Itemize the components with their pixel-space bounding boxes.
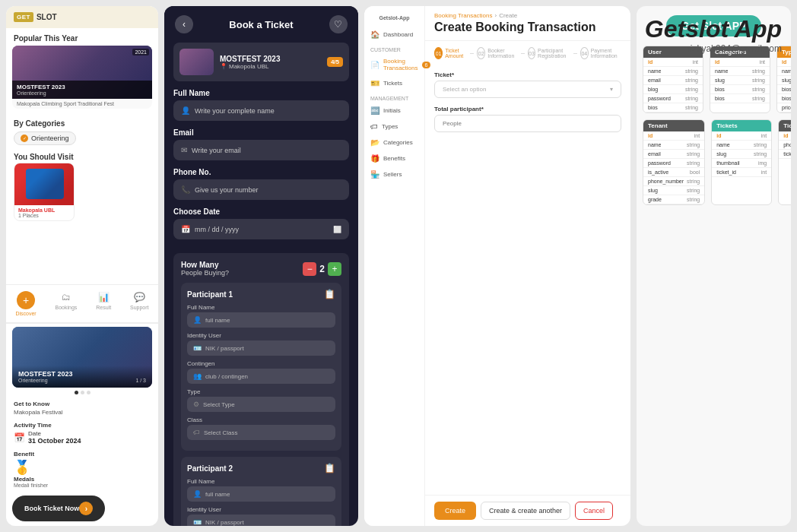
p1-fullname-label: Full Name (187, 304, 335, 311)
phone-label: Phone No. (173, 168, 349, 176)
p1-class-label: Class (187, 416, 335, 423)
event-info-name: MOSTFEST 2023 (220, 55, 321, 63)
event-name: MOSTFEST 2023 (17, 84, 148, 90)
p2-id-icon: 🪪 (193, 518, 202, 526)
nav-bookings[interactable]: 🗂 Bookings (56, 291, 78, 316)
category-section: By Categories ✓ Orienteering (6, 115, 158, 148)
sidebar-item-booking-transactions[interactable]: 📄 Booking Transactions 6 (364, 54, 424, 75)
event-info-card: MOSTFEST 2023 📍 Makopola UBL 4/5 (173, 43, 349, 81)
ten-row-grade: gradestring (643, 195, 704, 204)
get-to-know-label: Get to Know (14, 401, 151, 407)
stepper: 01 Ticket Amount 02 Booker Information 0… (425, 41, 630, 65)
p2-identity-value: NIK / passport (205, 519, 244, 526)
total-participant-input[interactable] (434, 115, 621, 132)
carousel-dots (6, 388, 158, 397)
sidebar-item-dashboard[interactable]: 🏠 Dashboard (364, 27, 424, 43)
participant-1-title: Participant 1 (187, 290, 233, 299)
p1-class-value: Select Class (204, 429, 237, 436)
tickets-icon: 🎫 (370, 79, 379, 87)
panel-book-ticket: ‹ Book a Ticket ♡ MOSTFEST 2023 📍 Makopo… (164, 6, 358, 526)
event-rating: 4/5 (327, 57, 343, 67)
initials-icon: 🔤 (370, 106, 379, 115)
you-should-section: You Should Visit Makopala UBL 1 Places (6, 148, 158, 224)
back-button[interactable]: ‹ (175, 15, 193, 33)
category-label: Orienteering (31, 135, 69, 142)
by-categories-label: By Categories (14, 118, 151, 129)
nav-discover[interactable]: + Discover (15, 291, 36, 316)
p1-type-icon: ⚙ (193, 401, 199, 408)
panel-mobile-app: GET SLOT Popular This Year 2021 MOSTFEST… (6, 6, 158, 526)
how-many-title: How Many (181, 261, 229, 269)
heart-button[interactable]: ♡ (329, 15, 348, 33)
bottom-nav: + Discover 🗂 Bookings 📊 Result 💬 Support (6, 284, 158, 322)
venue-card[interactable]: Makopala UBL 1 Places (14, 163, 75, 221)
qty-minus-button[interactable]: − (303, 262, 316, 276)
admin-main-content: Booking Transactions › Create Create Boo… (425, 6, 630, 526)
p1-identity-input[interactable]: 🪪 NIK / passport (187, 340, 335, 356)
action-buttons: Create Create & create another Cancel (425, 495, 630, 526)
event-info-location: 📍 Makopola UBL (220, 63, 321, 70)
sidebar-item-types[interactable]: 🏷 Types (364, 119, 424, 135)
date-input[interactable]: 📅 mm / dd / yyyy ⬜ (173, 219, 349, 239)
ticket-select[interactable]: Select an option ▾ (434, 81, 621, 98)
panel-admin: Getslot-App 🏠 Dashboard Customer 📄 Booki… (364, 6, 630, 526)
book-btn-label: Book Ticket Now (24, 505, 79, 512)
event-card-image: 2021 MOSTFEST 2023 Orienteering (12, 46, 152, 99)
medal-sub: Medali finisher (14, 483, 151, 488)
app-email: rizkyak994@gmail.com (645, 43, 782, 54)
p1-fullname-input[interactable]: 👤 full name (187, 312, 335, 328)
nav-support[interactable]: 💬 Support (130, 291, 149, 316)
email-input[interactable]: ✉ Write your email (173, 140, 349, 160)
event-info-text: MOSTFEST 2023 📍 Makopola UBL (220, 55, 321, 70)
p2-fullname-input[interactable]: 👤 full name (187, 486, 335, 502)
ten-row-id: idint (643, 131, 704, 141)
main-event-card[interactable]: 2021 MOSTFEST 2023 Orienteering Makopala… (12, 46, 152, 109)
booking-icon: 📄 (370, 61, 379, 69)
sidebar-item-tickets[interactable]: 🎫 Tickets (364, 75, 424, 91)
nav-result[interactable]: 📊 Result (96, 291, 111, 316)
category-badge[interactable]: ✓ Orienteering (14, 131, 76, 145)
step-3: 03 Participant Registration (528, 47, 570, 59)
email-placeholder: Write your email (192, 147, 241, 154)
tick-row-name: namestring (712, 141, 771, 150)
p1-type-select[interactable]: ⚙ Select Type (187, 397, 335, 412)
user-row-bios: biosstring (643, 103, 703, 112)
sidebar-item-benefits[interactable]: 🎁 Benefits (364, 150, 424, 166)
breadcrumb-link[interactable]: Booking Transactions (434, 12, 493, 19)
step-sep-3 (573, 53, 577, 54)
create-more-button[interactable]: Create & create another (481, 502, 570, 520)
step-3-label: Participant Registration (538, 48, 570, 59)
email-group: Email ✉ Write your email (173, 128, 349, 160)
cal-icon: 📅 (181, 225, 190, 233)
ten-row-slug: slugstring (643, 186, 704, 195)
types-label: Types (382, 123, 398, 130)
step-3-num: 03 (528, 47, 535, 59)
tick-row-slug: slugstring (712, 150, 771, 159)
date-row: 📅 Date 31 October 2024 (14, 430, 151, 445)
p2-identity-input[interactable]: 🪪 NIK / passport (187, 515, 335, 526)
qty-plus-button[interactable]: + (328, 262, 341, 276)
step-2-label: Booker Information (487, 48, 518, 59)
sidebar-item-categories[interactable]: 📂 Categories (364, 135, 424, 150)
p1-contingen-input[interactable]: 👥 club / contingen (187, 369, 335, 384)
db-table-type: Type idint namestring slugstring biosstr… (776, 46, 791, 113)
email-label: Email (173, 128, 349, 137)
date-group: Choose Date 📅 mm / dd / yyyy ⬜ (173, 207, 349, 239)
event-detail-overlay: MOSTFEST 2023 Orienteering (12, 366, 152, 388)
quantity-value: 2 (319, 264, 325, 274)
p1-class-select[interactable]: 🏷 Select Class (187, 425, 335, 440)
phone-input[interactable]: 📞 Give us your number (173, 179, 349, 200)
full-name-input[interactable]: 👤 Write your complete name (173, 100, 349, 121)
phone-icon: 📞 (181, 185, 190, 194)
user-row-name: namestring (643, 67, 703, 76)
db-table-tenant-header: Tenant (643, 120, 704, 131)
user-row-password: passwordstring (643, 94, 703, 103)
timg-row-id: idint (779, 131, 791, 141)
create-button[interactable]: Create (434, 502, 476, 520)
cancel-button[interactable]: Cancel (575, 502, 613, 520)
cat-row-bios1: biosstring (710, 85, 770, 94)
sidebar-item-initials[interactable]: 🔤 Initials (364, 103, 424, 119)
sidebar-item-sellers[interactable]: 🏪 Sellers (364, 166, 424, 182)
create-form-area: Ticket* Select an option ▾ Total partici… (425, 65, 630, 495)
book-ticket-button[interactable]: Book Ticket Now › (12, 496, 105, 521)
